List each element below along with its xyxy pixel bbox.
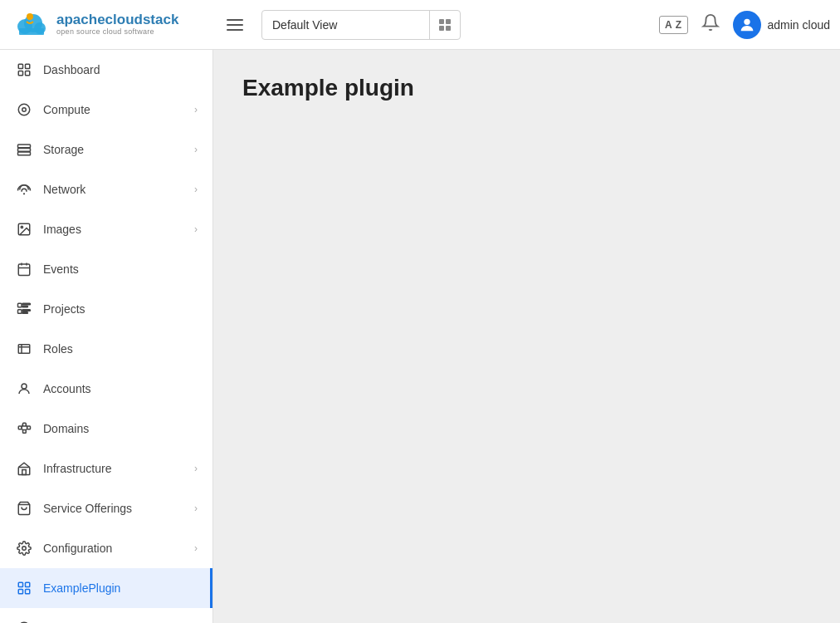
user-name: admin cloud bbox=[768, 18, 831, 32]
language-button[interactable]: A Z bbox=[659, 16, 687, 34]
service-offerings-icon bbox=[15, 499, 33, 518]
svg-line-43 bbox=[22, 429, 23, 430]
svg-rect-45 bbox=[22, 470, 27, 475]
svg-point-4 bbox=[27, 13, 33, 20]
logo: apachecloudstack open source cloud softw… bbox=[10, 5, 222, 45]
svg-line-40 bbox=[22, 424, 23, 428]
sidebar-item-dashboard[interactable]: Dashboard bbox=[0, 50, 212, 90]
projects-icon bbox=[15, 300, 33, 318]
brand-text: apachecloudstack open source cloud softw… bbox=[56, 12, 178, 37]
sidebar-label-images: Images bbox=[43, 223, 194, 236]
sidebar-item-network[interactable]: Network › bbox=[0, 169, 212, 209]
sidebar: Dashboard Compute › Storage bbox=[0, 50, 213, 623]
svg-rect-31 bbox=[22, 312, 28, 314]
sidebar-item-domains[interactable]: Domains bbox=[0, 409, 212, 449]
hamburger-line-3 bbox=[227, 29, 243, 31]
user-badge[interactable]: admin cloud bbox=[733, 11, 831, 39]
svg-rect-49 bbox=[26, 582, 30, 586]
svg-rect-30 bbox=[22, 310, 31, 312]
svg-rect-13 bbox=[26, 71, 30, 76]
svg-rect-28 bbox=[22, 306, 28, 307]
svg-point-9 bbox=[744, 18, 750, 24]
view-selector[interactable]: Default View bbox=[261, 10, 461, 40]
configuration-chevron-icon: › bbox=[194, 542, 198, 554]
svg-point-47 bbox=[22, 547, 27, 551]
svg-rect-11 bbox=[26, 64, 30, 68]
sidebar-label-accounts: Accounts bbox=[43, 382, 198, 395]
svg-rect-44 bbox=[18, 468, 30, 475]
svg-rect-8 bbox=[446, 26, 451, 31]
sidebar-item-projects[interactable]: Projects bbox=[0, 289, 212, 329]
sidebar-item-compute[interactable]: Compute › bbox=[0, 90, 212, 130]
plugin1-icon bbox=[15, 619, 33, 623]
svg-rect-36 bbox=[18, 426, 22, 429]
sidebar-label-projects: Projects bbox=[43, 302, 198, 316]
topbar: apachecloudstack open source cloud softw… bbox=[0, 0, 840, 50]
sidebar-item-accounts[interactable]: Accounts bbox=[0, 369, 212, 409]
sidebar-label-example-plugin: ExamplePlugin bbox=[43, 581, 195, 595]
sidebar-item-configuration[interactable]: Configuration › bbox=[0, 528, 212, 568]
sidebar-item-infrastructure[interactable]: Infrastructure › bbox=[0, 449, 212, 488]
sidebar-label-roles: Roles bbox=[43, 342, 198, 356]
sidebar-label-storage: Storage bbox=[43, 143, 194, 156]
compute-icon bbox=[15, 101, 33, 119]
main-layout: Dashboard Compute › Storage bbox=[0, 50, 840, 623]
plugin-icon bbox=[15, 579, 33, 597]
sidebar-item-storage[interactable]: Storage › bbox=[0, 130, 212, 169]
svg-rect-7 bbox=[439, 26, 444, 31]
svg-point-35 bbox=[22, 384, 27, 389]
sidebar-item-events[interactable]: Events bbox=[0, 249, 212, 289]
sidebar-item-service-offerings[interactable]: Service Offerings › bbox=[0, 488, 212, 528]
svg-rect-51 bbox=[26, 590, 30, 594]
sidebar-label-network: Network bbox=[43, 183, 194, 196]
sidebar-item-example-plugin[interactable]: ExamplePlugin bbox=[0, 568, 212, 608]
avatar bbox=[733, 11, 761, 39]
roles-icon bbox=[15, 340, 33, 358]
svg-rect-37 bbox=[23, 423, 27, 426]
svg-rect-22 bbox=[18, 264, 30, 276]
service-offerings-chevron-icon: › bbox=[194, 503, 198, 514]
brand-name: apachecloudstack bbox=[56, 12, 178, 28]
svg-rect-48 bbox=[18, 582, 22, 586]
view-selector-grid-icon[interactable] bbox=[429, 11, 460, 39]
compute-chevron-icon: › bbox=[194, 104, 198, 115]
topbar-right: A Z admin cloud bbox=[659, 11, 830, 39]
infrastructure-icon bbox=[15, 459, 33, 478]
sidebar-item-images[interactable]: Images › bbox=[0, 209, 212, 249]
hamburger-button[interactable] bbox=[222, 14, 248, 36]
sidebar-item-roles[interactable]: Roles bbox=[0, 329, 212, 369]
storage-icon bbox=[15, 140, 33, 159]
notification-button[interactable] bbox=[701, 13, 720, 36]
images-chevron-icon: › bbox=[194, 223, 198, 235]
dashboard-icon bbox=[15, 61, 33, 79]
svg-rect-18 bbox=[18, 152, 31, 155]
accounts-icon bbox=[15, 380, 33, 398]
sidebar-label-configuration: Configuration bbox=[43, 542, 194, 555]
svg-rect-17 bbox=[18, 149, 31, 152]
svg-line-41 bbox=[26, 424, 27, 428]
content-area: Example plugin bbox=[213, 50, 840, 623]
infrastructure-chevron-icon: › bbox=[194, 463, 198, 474]
hamburger-line-2 bbox=[227, 24, 243, 26]
svg-rect-12 bbox=[18, 71, 22, 76]
sidebar-label-infrastructure: Infrastructure bbox=[43, 462, 194, 475]
svg-rect-32 bbox=[18, 345, 30, 354]
topbar-center: Default View bbox=[222, 10, 659, 40]
sidebar-label-events: Events bbox=[43, 262, 198, 276]
svg-rect-10 bbox=[18, 64, 22, 68]
svg-point-15 bbox=[22, 108, 27, 112]
sidebar-item-example-plugin1[interactable]: ExamplePlugin1 bbox=[0, 608, 212, 623]
svg-point-14 bbox=[18, 104, 30, 115]
svg-rect-26 bbox=[18, 303, 22, 307]
svg-rect-16 bbox=[18, 145, 31, 148]
brand-subtitle: open source cloud software bbox=[56, 28, 178, 37]
svg-rect-3 bbox=[19, 28, 44, 35]
network-icon bbox=[15, 180, 33, 199]
configuration-icon bbox=[15, 539, 33, 557]
svg-rect-50 bbox=[18, 590, 22, 594]
svg-rect-38 bbox=[27, 426, 31, 429]
svg-line-42 bbox=[26, 429, 27, 430]
svg-rect-6 bbox=[446, 19, 451, 24]
network-chevron-icon: › bbox=[194, 184, 198, 195]
svg-rect-5 bbox=[439, 19, 444, 24]
